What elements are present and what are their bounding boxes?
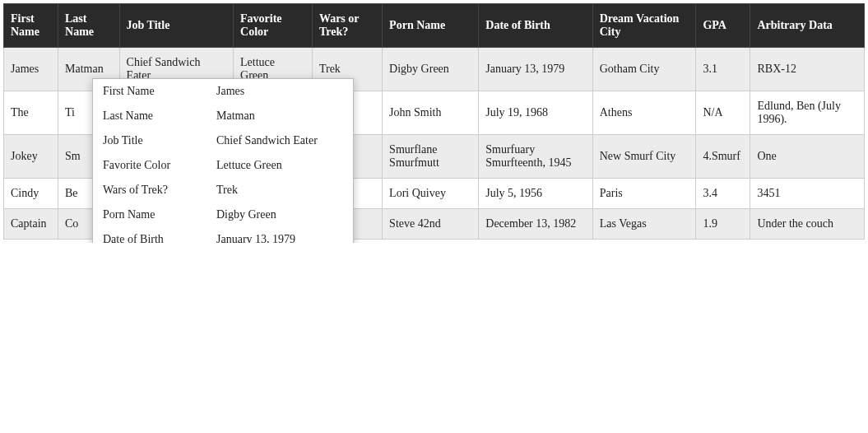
table-cell: One xyxy=(750,135,865,179)
table-cell: July 5, 1956 xyxy=(479,179,592,209)
popup-label: Porn Name xyxy=(103,208,216,221)
popup-value: James xyxy=(216,85,343,98)
col-header-wars-trek[interactable]: Wars or Trek? xyxy=(312,4,382,48)
table-cell: Athens xyxy=(592,91,696,135)
table-cell: Under the couch xyxy=(750,209,865,240)
popup-row: Porn NameDigby Green xyxy=(93,203,353,227)
col-header-porn-name[interactable]: Porn Name xyxy=(383,4,479,48)
col-header-first-name[interactable]: First Name xyxy=(4,4,58,48)
table-cell: Las Vegas xyxy=(592,209,696,240)
table-cell: Lori Quivey xyxy=(383,179,479,209)
popup-label: First Name xyxy=(103,85,216,98)
popup-value: Lettuce Green xyxy=(216,159,343,172)
table-cell: Smurfuary Smurfteenth, 1945 xyxy=(479,135,592,179)
table-cell: July 19, 1968 xyxy=(479,91,592,135)
table-cell: Steve 42nd xyxy=(383,209,479,240)
detail-popup: First NameJamesLast NameMatmanJob TitleC… xyxy=(92,78,354,243)
popup-label: Favorite Color xyxy=(103,159,216,172)
popup-row: First NameJames xyxy=(93,79,353,104)
popup-section: First NameJamesLast NameMatmanJob TitleC… xyxy=(93,79,353,243)
table-cell: 1.9 xyxy=(696,209,750,240)
popup-row: Wars of Trek?Trek xyxy=(93,178,353,203)
table-cell: RBX-12 xyxy=(750,48,865,91)
col-header-job-title[interactable]: Job Title xyxy=(119,4,233,48)
table-cell: December 13, 1982 xyxy=(479,209,592,240)
col-header-favorite-color[interactable]: Favorite Color xyxy=(234,4,313,48)
table-cell: Captain xyxy=(4,209,58,240)
popup-label: Date of Birth xyxy=(103,233,216,243)
popup-row: Job TitleChief Sandwich Eater xyxy=(93,128,353,153)
table-cell: James xyxy=(4,48,58,91)
table-cell: Gotham City xyxy=(592,48,696,91)
popup-label: Wars of Trek? xyxy=(103,184,216,197)
popup-label: Last Name xyxy=(103,109,216,123)
popup-label: Job Title xyxy=(103,134,216,147)
popup-value: Digby Green xyxy=(216,208,343,221)
col-header-arbitrary[interactable]: Arbitrary Data xyxy=(750,4,865,48)
popup-row: Favorite ColorLettuce Green xyxy=(93,153,353,178)
popup-value: January 13, 1979 xyxy=(216,233,343,243)
col-header-last-name[interactable]: Last Name xyxy=(58,4,120,48)
popup-row: Last NameMatman xyxy=(93,104,353,128)
table-cell: New Smurf City xyxy=(592,135,696,179)
table-cell: Cindy xyxy=(4,179,58,209)
table-cell: Smurflane Smurfmutt xyxy=(383,135,479,179)
table-cell: 4.Smurf xyxy=(696,135,750,179)
table-cell: The xyxy=(4,91,58,135)
table-cell: 3451 xyxy=(750,179,865,209)
table-cell: January 13, 1979 xyxy=(479,48,592,91)
table-cell: N/A xyxy=(696,91,750,135)
table-cell: Edlund, Ben (July 1996). xyxy=(750,91,865,135)
app-container: First Name Last Name Job Title Favorite … xyxy=(0,0,868,243)
table-cell: Digby Green xyxy=(383,48,479,91)
popup-value: Chief Sandwich Eater xyxy=(216,134,343,147)
popup-value: Matman xyxy=(216,109,343,123)
table-cell: Paris xyxy=(592,179,696,209)
col-header-dob[interactable]: Date of Birth xyxy=(479,4,592,48)
table-cell: Jokey xyxy=(4,135,58,179)
col-header-gpa[interactable]: GPA xyxy=(696,4,750,48)
table-cell: John Smith xyxy=(383,91,479,135)
popup-row: Date of BirthJanuary 13, 1979 xyxy=(93,227,353,243)
table-cell: 3.1 xyxy=(696,48,750,91)
popup-value: Trek xyxy=(216,184,343,197)
col-header-dream-vacation[interactable]: Dream Vacation City xyxy=(592,4,696,48)
table-cell: 3.4 xyxy=(696,179,750,209)
table-header-row: First Name Last Name Job Title Favorite … xyxy=(4,4,865,48)
